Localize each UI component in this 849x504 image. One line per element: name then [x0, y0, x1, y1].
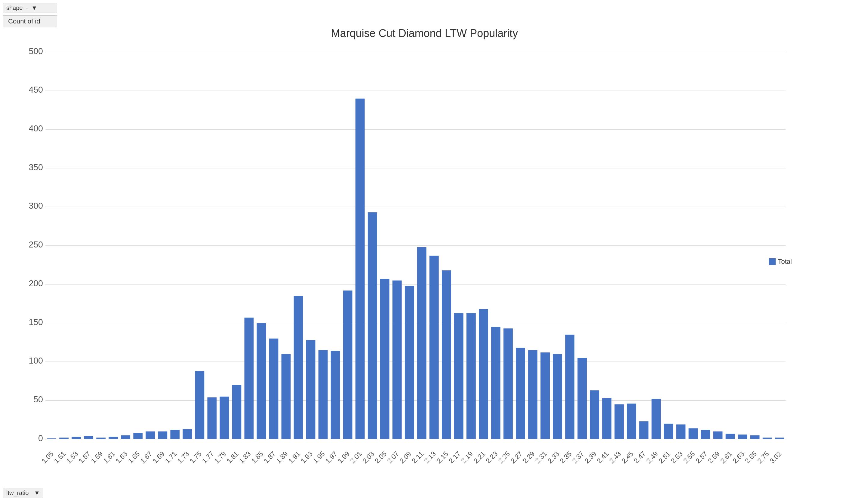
- legend-color-box: [769, 258, 776, 265]
- svg-rect-49: [380, 279, 390, 439]
- svg-rect-34: [195, 371, 204, 439]
- svg-text:1.89: 1.89: [275, 450, 289, 465]
- svg-rect-28: [121, 435, 130, 439]
- svg-rect-61: [528, 350, 538, 439]
- svg-rect-42: [294, 296, 303, 439]
- svg-text:2.13: 2.13: [422, 450, 437, 465]
- top-controls: shape · ▼ Count of id: [3, 3, 57, 28]
- svg-rect-66: [590, 390, 599, 439]
- svg-rect-24: [72, 437, 81, 439]
- svg-rect-23: [59, 437, 69, 439]
- svg-rect-47: [356, 98, 365, 439]
- ltw-ratio-icon: ▼: [34, 489, 40, 497]
- svg-text:0: 0: [38, 433, 43, 443]
- svg-text:200: 200: [29, 278, 43, 288]
- svg-rect-72: [664, 424, 673, 439]
- svg-rect-27: [109, 437, 118, 439]
- svg-rect-56: [467, 313, 476, 439]
- svg-rect-81: [775, 437, 784, 439]
- svg-rect-39: [257, 323, 266, 439]
- svg-text:2.01: 2.01: [348, 450, 363, 465]
- svg-text:1.73: 1.73: [176, 450, 191, 465]
- svg-rect-26: [96, 437, 106, 439]
- svg-text:150: 150: [29, 317, 43, 327]
- svg-rect-29: [133, 433, 143, 439]
- svg-rect-58: [491, 327, 501, 439]
- svg-text:1.95: 1.95: [311, 450, 326, 465]
- svg-rect-80: [763, 437, 772, 439]
- svg-rect-41: [282, 354, 291, 439]
- svg-rect-57: [479, 309, 488, 439]
- svg-text:1.61: 1.61: [102, 450, 117, 465]
- svg-rect-70: [639, 421, 648, 439]
- svg-rect-30: [146, 432, 155, 439]
- svg-text:2.47: 2.47: [632, 450, 647, 465]
- svg-text:1.57: 1.57: [77, 450, 92, 465]
- svg-rect-60: [516, 348, 525, 439]
- svg-rect-74: [689, 428, 698, 439]
- svg-rect-69: [627, 403, 636, 439]
- svg-rect-59: [503, 328, 513, 439]
- svg-text:2.59: 2.59: [706, 450, 721, 465]
- svg-text:2.17: 2.17: [447, 450, 462, 465]
- svg-text:2.27: 2.27: [509, 450, 524, 465]
- svg-rect-50: [393, 281, 402, 439]
- svg-text:1.67: 1.67: [139, 450, 154, 465]
- svg-text:400: 400: [29, 123, 43, 133]
- svg-rect-79: [751, 435, 760, 439]
- svg-rect-45: [331, 351, 340, 439]
- shape-filter-button[interactable]: shape · ▼: [3, 3, 57, 13]
- svg-rect-71: [651, 399, 661, 439]
- svg-text:2.07: 2.07: [385, 450, 400, 465]
- svg-text:1.81: 1.81: [225, 450, 240, 465]
- svg-rect-46: [343, 290, 353, 439]
- svg-text:1.77: 1.77: [201, 450, 215, 465]
- svg-rect-54: [442, 270, 451, 439]
- svg-text:2.21: 2.21: [472, 450, 487, 465]
- svg-text:1.83: 1.83: [238, 450, 252, 465]
- svg-text:250: 250: [29, 240, 43, 250]
- svg-rect-62: [540, 353, 550, 439]
- svg-text:2.19: 2.19: [459, 450, 474, 465]
- svg-text:2.33: 2.33: [546, 450, 561, 465]
- svg-text:2.15: 2.15: [435, 450, 450, 465]
- svg-text:1.79: 1.79: [213, 450, 228, 465]
- svg-text:1.53: 1.53: [65, 450, 80, 465]
- ltw-ratio-filter[interactable]: ltw_ratio ▼: [3, 488, 43, 498]
- svg-rect-31: [158, 432, 167, 439]
- svg-rect-63: [553, 354, 562, 439]
- svg-rect-33: [183, 429, 192, 439]
- svg-rect-73: [676, 424, 686, 439]
- legend-label: Total: [778, 258, 792, 266]
- chart-svg: 0501001502002503003504004505001.051.511.…: [27, 46, 792, 478]
- svg-text:1.69: 1.69: [151, 450, 166, 465]
- svg-rect-64: [565, 335, 574, 439]
- chart-container: Marquise Cut Diamond LTW Popularity 0501…: [3, 24, 846, 480]
- svg-rect-48: [368, 212, 377, 439]
- svg-rect-52: [417, 247, 427, 439]
- svg-text:2.57: 2.57: [694, 450, 709, 465]
- svg-rect-40: [269, 339, 278, 439]
- svg-text:1.63: 1.63: [114, 450, 129, 465]
- svg-rect-53: [430, 256, 439, 439]
- svg-text:2.75: 2.75: [756, 450, 771, 465]
- svg-rect-35: [207, 397, 217, 439]
- svg-text:1.93: 1.93: [299, 450, 314, 465]
- svg-rect-43: [306, 340, 315, 439]
- svg-text:2.35: 2.35: [559, 450, 573, 465]
- filter-icon: ▼: [31, 4, 37, 12]
- svg-rect-36: [220, 397, 229, 439]
- chart-legend: Total: [769, 258, 792, 266]
- svg-text:2.05: 2.05: [373, 450, 388, 465]
- shape-label: shape: [6, 4, 23, 12]
- svg-text:1.97: 1.97: [324, 450, 339, 465]
- svg-text:1.75: 1.75: [188, 450, 203, 465]
- svg-text:2.51: 2.51: [657, 450, 672, 465]
- svg-text:2.43: 2.43: [608, 450, 622, 465]
- chart-title: Marquise Cut Diamond LTW Popularity: [3, 24, 846, 40]
- svg-text:500: 500: [29, 46, 43, 56]
- svg-text:450: 450: [29, 85, 43, 95]
- svg-text:50: 50: [33, 394, 43, 404]
- svg-text:2.09: 2.09: [398, 450, 413, 465]
- svg-text:1.87: 1.87: [262, 450, 277, 465]
